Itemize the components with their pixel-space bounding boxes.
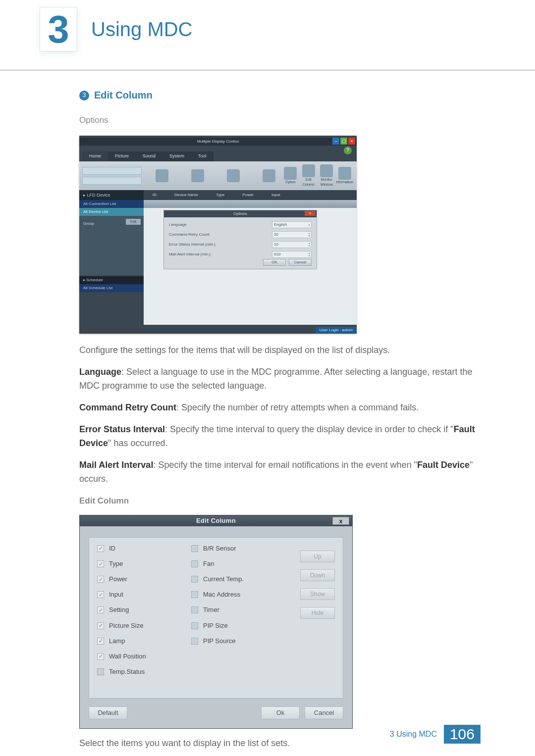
sidebar-item-all-schedule[interactable]: All Schedule List xyxy=(79,284,144,292)
menu-home[interactable]: Home xyxy=(82,151,108,161)
toolbar-icon-edit-column[interactable] xyxy=(302,164,315,177)
show-button[interactable]: Show xyxy=(300,588,335,600)
spinner-icon: ▴▾ xyxy=(309,232,310,237)
sidebar-header-schedule[interactable]: ▸ Schedule xyxy=(79,276,144,284)
option-field-language[interactable]: English▾ xyxy=(272,221,312,228)
checkbox-icon[interactable]: ✓ xyxy=(97,576,104,583)
checkbox-icon[interactable] xyxy=(191,606,198,613)
toolbar-icon-info[interactable] xyxy=(338,167,351,180)
checkbox-icon[interactable]: ✓ xyxy=(97,560,104,567)
th-input: Input xyxy=(263,192,289,198)
checkbox-icon[interactable] xyxy=(191,638,198,645)
menu-tool[interactable]: Tool xyxy=(191,151,214,161)
checkbox-icon[interactable] xyxy=(191,622,198,629)
checkbox-row[interactable]: ✓ID xyxy=(97,544,191,554)
sidebar-group-edit-button[interactable]: Edit xyxy=(126,219,141,225)
option-row-language: Language English▾ xyxy=(169,221,312,228)
checkbox-icon[interactable] xyxy=(191,560,198,567)
toolbar: Option Edit Column Monitor Window Inform… xyxy=(79,161,357,190)
sidebar-group-label: Group xyxy=(83,221,94,226)
menu-sound[interactable]: Sound xyxy=(136,151,162,161)
toolbar-icon-option[interactable] xyxy=(284,167,297,180)
checkbox-row[interactable]: Current Temp. xyxy=(191,574,285,584)
options-ok-button[interactable]: OK xyxy=(263,259,286,266)
main-menu: Home Picture Sound System Tool xyxy=(82,151,214,161)
checkbox-icon[interactable]: ✓ xyxy=(97,653,104,660)
checkbox-row[interactable]: B/R Sensor xyxy=(191,544,285,554)
sidebar-item-all-connection[interactable]: All Connection List xyxy=(79,200,144,208)
close-button[interactable]: × xyxy=(348,138,355,145)
default-button[interactable]: Default xyxy=(89,706,127,719)
edit-column-footer: Default Ok Cancel xyxy=(89,706,343,720)
options-dialog-buttons: OK Cancel xyxy=(263,259,312,266)
edit-column-close-button[interactable]: x xyxy=(332,517,349,525)
help-icon[interactable]: ? xyxy=(344,147,352,154)
checkbox-row[interactable]: Mac Address xyxy=(191,590,285,600)
up-button[interactable]: Up xyxy=(300,551,335,562)
checkbox-icon[interactable] xyxy=(191,545,198,552)
checkbox-label: ID xyxy=(109,544,115,554)
checkbox-row[interactable]: ✓Wall Position xyxy=(97,652,191,661)
bold-error: Error Status Interval xyxy=(79,424,165,434)
toolbar-icon-3[interactable] xyxy=(227,169,240,182)
checkbox-row[interactable]: Fan xyxy=(191,559,285,569)
para-mail-interval: Mail Alert Interval: Specify the time in… xyxy=(79,458,482,486)
checkbox-icon[interactable]: ✓ xyxy=(97,606,104,613)
cancel-button[interactable]: Cancel xyxy=(305,706,343,719)
mid-tab-1[interactable] xyxy=(144,200,250,208)
checkbox-icon[interactable] xyxy=(97,668,104,675)
checkbox-row[interactable]: ✓Type xyxy=(97,559,191,569)
toolbar-select-bottom[interactable] xyxy=(82,177,142,185)
down-button[interactable]: Down xyxy=(300,569,335,581)
hide-button[interactable]: Hide xyxy=(300,607,335,619)
checkbox-label: Type xyxy=(109,559,123,569)
checkbox-row[interactable]: PIP Size xyxy=(191,621,285,631)
option-value-retry: 20 xyxy=(274,232,278,238)
minimize-button[interactable]: – xyxy=(332,138,339,145)
toolbar-select-top[interactable] xyxy=(82,167,142,175)
checkbox-label: Timer xyxy=(203,605,219,615)
checkbox-row[interactable]: ✓Input xyxy=(97,590,191,600)
options-dialog-title-text: Options xyxy=(233,211,247,216)
option-value-language: English xyxy=(274,222,287,228)
checkbox-label: B/R Sensor xyxy=(203,544,236,554)
option-label-language: Language xyxy=(169,222,187,228)
checkbox-row[interactable]: ✓Power xyxy=(97,574,191,584)
toolbar-icon-1[interactable] xyxy=(156,169,168,182)
option-field-mail-interval[interactable]: 010▴▾ xyxy=(272,251,312,258)
menu-picture[interactable]: Picture xyxy=(108,151,136,161)
toolbar-icon-4[interactable] xyxy=(263,169,275,182)
checkbox-row[interactable]: ✓Setting xyxy=(97,605,191,615)
option-label-error-interval: Error Status Interval (min.) xyxy=(169,242,215,248)
options-dialog-close-button[interactable]: × xyxy=(305,211,316,216)
option-field-error-interval[interactable]: 10▴▾ xyxy=(272,241,312,248)
checkbox-row[interactable]: ✓Picture Size xyxy=(97,621,191,631)
checkbox-icon[interactable]: ✓ xyxy=(97,638,104,645)
app-window-title: Multiple Display Control xyxy=(79,138,357,146)
toolbar-icon-2[interactable] xyxy=(191,169,204,182)
checkbox-row[interactable]: ✓Lamp xyxy=(97,636,191,646)
checkbox-row[interactable]: PIP Source xyxy=(191,636,285,646)
ok-button[interactable]: Ok xyxy=(261,706,300,719)
mid-tab-2[interactable] xyxy=(250,200,357,208)
checkbox-icon[interactable] xyxy=(191,576,198,583)
sidebar-header-lfd[interactable]: ▸ LFD Device xyxy=(79,190,144,200)
maximize-button[interactable]: ▢ xyxy=(340,138,347,145)
checkbox-icon[interactable]: ✓ xyxy=(97,622,104,629)
para-retry: Command Retry Count: Specify the number … xyxy=(79,401,482,415)
checkbox-label: Temp.Status xyxy=(109,667,145,677)
option-field-retry[interactable]: 20▴▾ xyxy=(272,231,312,238)
checkbox-icon[interactable] xyxy=(191,591,198,598)
checkbox-row[interactable]: Timer xyxy=(191,605,285,615)
sidebar-item-all-device[interactable]: All Device List xyxy=(79,208,144,216)
app-footer-login: User Login : admin xyxy=(316,327,357,334)
toolbar-icon-monitor[interactable] xyxy=(320,164,333,177)
options-subheading: Options xyxy=(79,114,482,127)
checkbox-row[interactable]: Temp.Status xyxy=(97,667,191,677)
menu-system[interactable]: System xyxy=(162,151,191,161)
screenshot-options-dialog: Multiple Display Control – ▢ × ? Home Pi… xyxy=(79,136,357,334)
mid-tab-bar xyxy=(144,200,357,208)
options-cancel-button[interactable]: Cancel xyxy=(289,259,312,266)
checkbox-icon[interactable]: ✓ xyxy=(97,545,104,552)
checkbox-icon[interactable]: ✓ xyxy=(97,591,104,598)
